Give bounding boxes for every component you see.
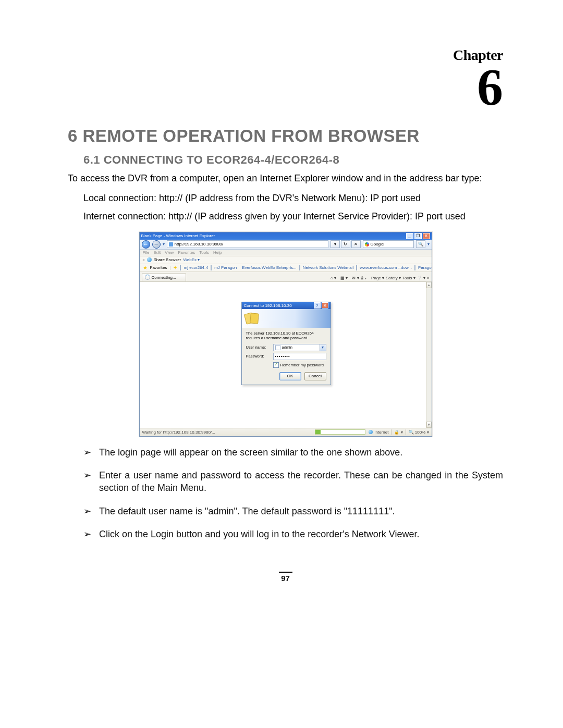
security-zone-label: Internet bbox=[374, 430, 388, 435]
link-icon bbox=[211, 265, 212, 270]
fav-link-2[interactable]: Everfocus WebEx Enterpris... bbox=[242, 265, 296, 270]
username-value: admin bbox=[282, 345, 292, 350]
feeds-button[interactable]: ▦ ▾ bbox=[340, 276, 348, 280]
favorites-bar: ★ Favorites | ✦ mj ecor264-4 mJ Paragon … bbox=[140, 264, 432, 272]
internet-connection-line: Internet connection: http:// (IP address… bbox=[83, 210, 503, 223]
help-button[interactable]: ❔ ▾ bbox=[417, 276, 425, 280]
auth-banner bbox=[242, 309, 331, 328]
share-close-icon[interactable]: x bbox=[143, 257, 145, 262]
nav-dropdown-icon[interactable]: ▾ bbox=[163, 242, 165, 246]
favorites-label[interactable]: Favorites bbox=[150, 265, 167, 270]
menu-favorites[interactable]: Favorites bbox=[178, 250, 195, 255]
search-box[interactable]: Google bbox=[363, 240, 414, 248]
progress-bar bbox=[315, 429, 365, 435]
cancel-button[interactable]: Cancel bbox=[304, 372, 326, 380]
google-icon bbox=[365, 242, 369, 246]
internet-zone-icon bbox=[369, 430, 373, 434]
suggested-sites-icon[interactable]: ✦ bbox=[173, 265, 177, 270]
globe-icon bbox=[147, 257, 152, 262]
link-icon bbox=[356, 265, 357, 270]
vertical-scrollbar[interactable]: ▴ ▾ bbox=[426, 282, 432, 428]
fav-link-3[interactable]: Network Solutions Webmail bbox=[303, 265, 354, 270]
instruction-list: The login page will appear on the screen… bbox=[83, 446, 503, 540]
ie-window: Blank Page - Windows Internet Explorer _… bbox=[139, 232, 432, 437]
ok-button[interactable]: OK bbox=[279, 372, 301, 380]
page-number: 97 bbox=[68, 572, 503, 583]
auth-message: The server 192.168.10.30 at ECOR264 requ… bbox=[246, 331, 326, 341]
heading-1: 6 REMOTE OPERATION FROM BROWSER bbox=[68, 126, 503, 146]
document-page: Chapter 6 6 REMOTE OPERATION FROM BROWSE… bbox=[0, 0, 563, 603]
scroll-up-button[interactable]: ▴ bbox=[426, 282, 432, 288]
password-label: Password: bbox=[246, 354, 270, 359]
ie-content-area: ▴ ▾ Connect to 192.168.10.30 ? ✕ The bbox=[140, 282, 432, 428]
progress-fill bbox=[315, 430, 321, 434]
username-input[interactable]: admin bbox=[273, 344, 326, 351]
chapter-label: Chapter bbox=[68, 47, 503, 64]
menu-tools[interactable]: Tools bbox=[199, 250, 209, 255]
safety-menu-button[interactable]: Safety ▾ bbox=[386, 276, 401, 280]
address-dropdown-button[interactable]: ▾ bbox=[331, 240, 340, 248]
share-app-dropdown[interactable]: WebEx ▾ bbox=[183, 257, 200, 262]
print-button[interactable]: ⎙ ▾ bbox=[361, 276, 367, 280]
page-icon bbox=[169, 242, 173, 246]
menu-help[interactable]: Help bbox=[213, 250, 222, 255]
list-item: The default user name is "admin". The de… bbox=[83, 505, 503, 517]
refresh-button[interactable]: ↻ bbox=[341, 240, 350, 248]
ie-menu-bar: File Edit View Favorites Tools Help bbox=[140, 250, 432, 256]
fav-link-0[interactable]: mj ecor264-4 bbox=[183, 265, 208, 270]
link-icon bbox=[180, 265, 181, 270]
status-text: Waiting for http://192.168.10.30:9980/..… bbox=[142, 430, 215, 435]
share-browser-bar: x Share Browser WebEx ▾ bbox=[140, 256, 432, 264]
auth-dialog: Connect to 192.168.10.30 ? ✕ The server … bbox=[241, 302, 331, 385]
page-number-value: 97 bbox=[281, 574, 290, 583]
scroll-down-button[interactable]: ▾ bbox=[426, 422, 432, 428]
search-provider-text: Google bbox=[371, 242, 384, 246]
page-menu-button[interactable]: Page ▾ bbox=[371, 276, 384, 280]
checkbox-icon: ✓ bbox=[273, 362, 279, 368]
ie-tabs-bar: Connecting... ⌂ ▾ · ▦ ▾ · ✉ ▾ ⎙ ▾ · Page… bbox=[140, 272, 432, 282]
ie-titlebar: Blank Page - Windows Internet Explorer _… bbox=[140, 232, 432, 240]
browser-tab[interactable]: Connecting... bbox=[142, 273, 186, 281]
zoom-level-button[interactable]: 🔍 100% ▾ bbox=[409, 430, 429, 435]
fav-link-5[interactable]: Paragon bbox=[418, 265, 432, 270]
tools-menu-button[interactable]: Tools ▾ bbox=[402, 276, 415, 280]
menu-file[interactable]: File bbox=[143, 250, 150, 255]
auth-close-button[interactable]: ✕ bbox=[322, 302, 328, 309]
page-number-rule bbox=[279, 572, 292, 573]
maximize-button[interactable]: ❐ bbox=[414, 233, 422, 239]
read-mail-button[interactable]: ✉ ▾ bbox=[352, 276, 359, 280]
fav-link-1[interactable]: mJ Paragon bbox=[214, 265, 237, 270]
password-value: •••••••• bbox=[275, 354, 290, 359]
protected-mode-button[interactable]: 🔒 ▾ bbox=[394, 430, 402, 435]
local-connection-line: Local connection: http:// (IP address fr… bbox=[83, 192, 503, 204]
menu-view[interactable]: View bbox=[165, 250, 174, 255]
password-input[interactable]: •••••••• bbox=[273, 353, 326, 360]
remember-password-label: Remember my password bbox=[280, 363, 324, 367]
forward-button[interactable]: → bbox=[152, 240, 161, 249]
menu-edit[interactable]: Edit bbox=[153, 250, 161, 255]
back-button[interactable]: ← bbox=[142, 240, 150, 249]
auth-titlebar: Connect to 192.168.10.30 ? ✕ bbox=[242, 302, 331, 309]
auth-title-text: Connect to 192.168.10.30 bbox=[244, 303, 313, 308]
fav-link-4[interactable]: www.everfocus.com --dow... bbox=[360, 265, 412, 270]
list-item: The login page will appear on the screen… bbox=[83, 446, 503, 459]
command-bar: ⌂ ▾ · ▦ ▾ · ✉ ▾ ⎙ ▾ · Page ▾ Safety ▾ To… bbox=[331, 276, 430, 281]
minimize-button[interactable]: _ bbox=[406, 233, 413, 239]
favorites-star-icon[interactable]: ★ bbox=[143, 265, 148, 270]
ie-status-bar: Waiting for http://192.168.10.30:9980/..… bbox=[140, 428, 432, 436]
command-overflow-icon[interactable]: » bbox=[427, 276, 429, 280]
chapter-heading: Chapter 6 bbox=[68, 47, 503, 110]
list-item: Click on the Login button and you will l… bbox=[83, 528, 503, 540]
auth-help-button[interactable]: ? bbox=[314, 302, 321, 309]
stop-button[interactable]: ✕ bbox=[351, 240, 361, 248]
username-label: User name: bbox=[246, 345, 270, 350]
address-text: http://192.168.10.30:9980/ bbox=[175, 242, 223, 246]
share-browser-label: Share Browser bbox=[154, 257, 181, 262]
remember-password-checkbox[interactable]: ✓ Remember my password bbox=[273, 362, 326, 368]
list-item: Enter a user name and password to access… bbox=[83, 469, 503, 495]
search-button[interactable]: 🔍 bbox=[416, 240, 425, 248]
address-bar[interactable]: http://192.168.10.30:9980/ bbox=[167, 240, 328, 248]
search-dropdown-icon[interactable]: ▾ bbox=[427, 242, 430, 246]
home-button[interactable]: ⌂ ▾ bbox=[331, 276, 336, 280]
close-window-button[interactable]: ✕ bbox=[423, 233, 430, 239]
